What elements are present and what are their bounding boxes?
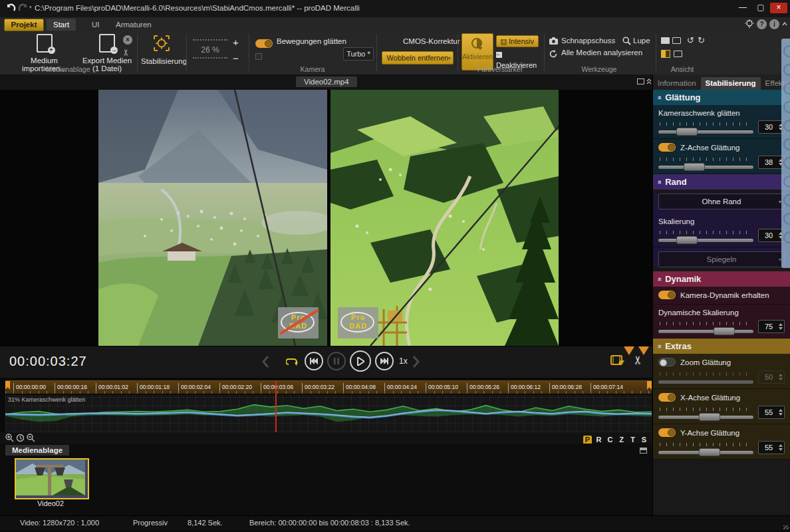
smooth-motion-toggle[interactable]	[255, 39, 273, 48]
view-full-monitor-icon[interactable]	[674, 51, 682, 57]
color-deactivate-button[interactable]: −Deaktivieren	[496, 49, 543, 60]
color-intensive-button[interactable]: +Intensiv	[496, 35, 539, 47]
loupe-button[interactable]: Lupe	[633, 37, 650, 45]
timeline-zoom-out-icon[interactable]	[27, 434, 35, 442]
help-icon[interactable]: ?	[757, 19, 767, 29]
spinner-icon[interactable]	[779, 444, 783, 451]
timeline-zoom-in-icon[interactable]	[5, 434, 14, 442]
spinner-icon[interactable]	[779, 323, 783, 330]
projekt-menu-button[interactable]: Projekt	[4, 19, 44, 31]
y-axis-slider[interactable]	[658, 451, 753, 454]
loop-playback-icon[interactable]	[286, 357, 298, 366]
dynamic-scaling-value[interactable]: 75	[758, 320, 785, 333]
mirror-dropdown[interactable]: Spiegeln▾	[658, 251, 785, 267]
rotate-ccw-icon[interactable]: ↺	[687, 35, 694, 45]
pause-button[interactable]	[327, 352, 346, 370]
step-forward-icon[interactable]	[412, 355, 420, 368]
cut-clip-icon[interactable]: ✂	[631, 355, 645, 364]
z-axis-toggle[interactable]	[658, 143, 676, 152]
video-frame-stabilized[interactable]: ProDAD	[330, 90, 559, 346]
scaling-slider[interactable]	[658, 239, 753, 242]
media-bin-panel-icon[interactable]	[640, 448, 647, 454]
resize-grip[interactable]	[783, 525, 789, 529]
pan-smoothing-slider[interactable]	[658, 130, 753, 134]
skip-to-end-button[interactable]	[375, 352, 394, 370]
collapse-ribbon-icon[interactable]	[782, 22, 787, 26]
timeline-ruler[interactable]: 00:00:00:0000:00:00:1600:00:01:0200:00:0…	[5, 380, 652, 394]
tab-ui[interactable]: UI	[85, 19, 106, 31]
pan-smoothing-value[interactable]: 30	[758, 120, 785, 134]
zoom-smoothing-toggle[interactable]	[658, 358, 676, 366]
analyze-all-button[interactable]: Alle Medien analysieren	[561, 49, 642, 57]
scaling-value[interactable]: 30	[758, 229, 785, 242]
rotate-cw-icon[interactable]: ↻	[698, 35, 705, 45]
playhead[interactable]	[275, 380, 277, 432]
view-split-active-icon[interactable]	[661, 50, 670, 58]
z-axis-value[interactable]: 38	[758, 156, 785, 169]
section-header-extras[interactable]: »Extras	[653, 338, 790, 354]
slider-thumb[interactable]	[699, 413, 720, 421]
step-back-icon[interactable]	[261, 355, 269, 368]
turbo-dropdown[interactable]: Turbo *▾	[343, 47, 374, 61]
film-export-icon[interactable]	[610, 354, 625, 366]
spinner-icon[interactable]	[779, 409, 783, 416]
wobble-remove-dropdown[interactable]: Wobbeln entfernen▾	[382, 51, 454, 65]
x-axis-slider[interactable]	[658, 416, 753, 419]
timeline-start-marker[interactable]	[5, 381, 10, 390]
maximize-button[interactable]: ▢	[752, 3, 769, 13]
collapsed-side-toolbar[interactable]	[781, 39, 790, 268]
video-frame-original[interactable]: ProDAD	[98, 90, 327, 346]
stabilize-button[interactable]: Stabilisierung	[141, 35, 182, 65]
media-bin-tab[interactable]: Medienablage	[5, 445, 69, 456]
range-marker-left-icon[interactable]	[624, 346, 634, 355]
keep-dynamics-toggle[interactable]	[658, 291, 676, 299]
preview-panel-icon[interactable]	[637, 78, 644, 84]
cut-medium-icon[interactable]: ✂	[121, 49, 131, 56]
section-header-rand[interactable]: »Rand	[653, 174, 790, 190]
timeline-end-marker[interactable]	[647, 381, 652, 390]
slider-thumb[interactable]	[676, 236, 698, 244]
playback-speed[interactable]: 1x	[399, 356, 408, 366]
range-marker-right-icon[interactable]	[638, 346, 649, 355]
y-axis-value[interactable]: 55	[758, 441, 785, 454]
dynamic-scaling-slider[interactable]	[658, 330, 753, 333]
zoom-smoothing-slider[interactable]	[658, 380, 753, 384]
tab-information[interactable]: Information	[653, 77, 701, 90]
tab-stabilisierung[interactable]: Stabilisierung	[701, 77, 761, 90]
quickbar-chevron-icon[interactable]: ▾	[29, 5, 32, 10]
tab-armaturen[interactable]: Armaturen	[109, 19, 158, 31]
minimize-button[interactable]: —	[734, 3, 751, 13]
analysis-waveform[interactable]: 31% Kameraschwenk glätten	[5, 395, 652, 432]
remove-medium-icon[interactable]: ×	[123, 35, 132, 45]
slider-thumb[interactable]	[684, 163, 705, 171]
info-icon[interactable]: i	[769, 19, 779, 29]
undo-icon[interactable]	[5, 3, 16, 13]
view-dual-monitor-icon[interactable]	[672, 37, 681, 44]
tab-start[interactable]: Start	[47, 19, 76, 31]
y-axis-toggle[interactable]	[658, 428, 676, 437]
slider-thumb[interactable]	[699, 448, 720, 456]
timeline-time-icon[interactable]	[16, 434, 25, 442]
x-axis-value[interactable]: 55	[758, 406, 785, 419]
slider-thumb[interactable]	[676, 128, 698, 136]
preview-collapse-icon[interactable]	[646, 78, 652, 84]
fisheye-checkbox[interactable]	[255, 53, 262, 60]
z-axis-slider[interactable]	[658, 166, 753, 169]
slider-thumb[interactable]	[714, 327, 735, 335]
section-header-glaettung[interactable]: »Glättung	[653, 90, 790, 105]
zoom-minus-button[interactable]: −	[233, 53, 239, 64]
theme-bulb-icon[interactable]	[745, 19, 754, 29]
x-axis-toggle[interactable]	[658, 393, 676, 402]
play-button[interactable]	[350, 350, 371, 372]
clip-name-tab[interactable]: Video02.mp4	[296, 76, 357, 87]
zoom-plus-button[interactable]: +	[233, 37, 239, 48]
view-single-monitor-icon[interactable]	[661, 37, 670, 44]
skip-to-start-button[interactable]	[305, 352, 323, 370]
snapshot-button[interactable]: Schnappschuss	[561, 37, 615, 45]
close-button[interactable]: ×	[770, 3, 787, 13]
border-mode-dropdown[interactable]: Ohne Rand▾	[658, 194, 785, 209]
import-medium-button[interactable]: + Medium importieren... -	[9, 34, 79, 80]
section-header-dynamik[interactable]: »Dynamik	[653, 271, 790, 287]
redo-icon[interactable]	[18, 3, 29, 13]
media-thumbnail[interactable]	[15, 458, 89, 499]
